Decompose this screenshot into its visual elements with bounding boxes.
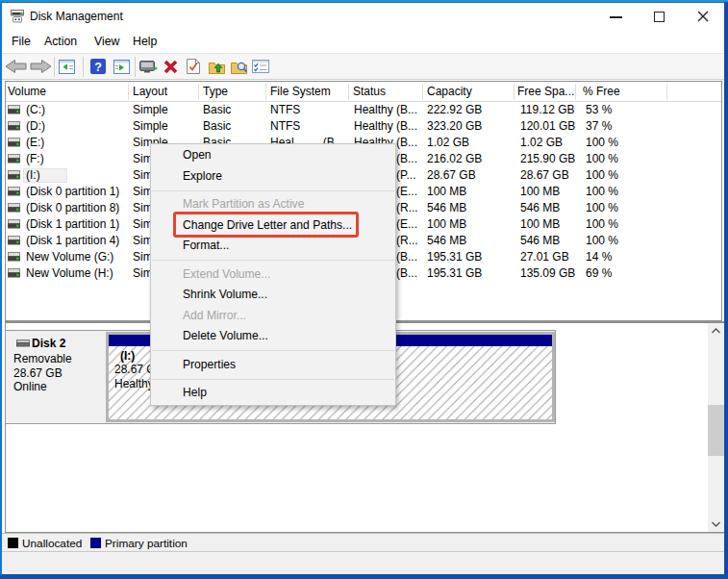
svg-text:?: ? <box>94 61 102 74</box>
